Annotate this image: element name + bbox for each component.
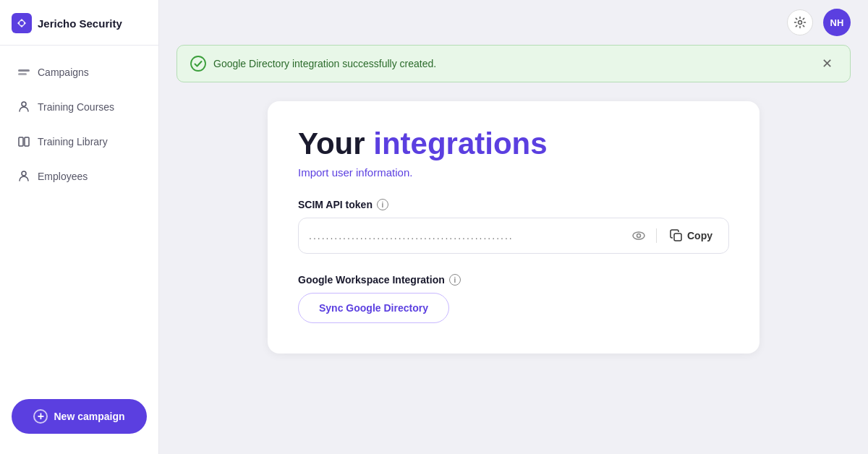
app-name: Jericho Security xyxy=(38,17,122,30)
new-campaign-button[interactable]: + New campaign xyxy=(12,399,147,434)
copy-button[interactable]: Copy xyxy=(664,226,718,245)
logo-icon xyxy=(12,13,32,33)
scim-token-row: Copy xyxy=(298,218,729,254)
svg-point-11 xyxy=(637,234,641,238)
sync-google-button[interactable]: Sync Google Directory xyxy=(298,293,449,323)
page-content: Your integrations Import user informatio… xyxy=(159,94,868,454)
courses-icon xyxy=(17,100,30,113)
gear-icon xyxy=(793,16,807,29)
copy-label: Copy xyxy=(687,230,712,241)
success-banner: Google Directory integration successfull… xyxy=(176,45,851,82)
integration-card: Your integrations Import user informatio… xyxy=(268,101,760,354)
svg-rect-6 xyxy=(25,137,29,146)
library-icon xyxy=(17,135,30,148)
eye-icon xyxy=(631,228,646,243)
sidebar-item-library-label: Training Library xyxy=(38,136,108,147)
success-banner-content: Google Directory integration successfull… xyxy=(190,56,436,72)
sidebar-nav: Campaigns Training Courses Training Libr… xyxy=(0,46,158,454)
page-title: Your integrations xyxy=(298,127,729,160)
svg-point-10 xyxy=(633,232,644,239)
sidebar-item-campaigns[interactable]: Campaigns xyxy=(6,56,153,89)
sidebar-item-training-library[interactable]: Training Library xyxy=(6,125,153,158)
copy-icon xyxy=(670,229,683,242)
employees-icon xyxy=(17,170,30,183)
svg-point-9 xyxy=(191,56,205,71)
title-highlight: integrations xyxy=(373,127,547,160)
sidebar-item-training-courses[interactable]: Training Courses xyxy=(6,90,153,124)
scim-token-input[interactable] xyxy=(309,230,621,241)
plus-icon: + xyxy=(33,409,48,424)
svg-point-1 xyxy=(20,21,24,25)
settings-button[interactable] xyxy=(787,9,813,35)
scim-label-text: SCIM API token xyxy=(298,199,373,210)
main-content: NH Google Directory integration successf… xyxy=(159,0,868,454)
svg-point-8 xyxy=(799,21,802,25)
google-workspace-label: Google Workspace Integration i xyxy=(298,274,729,286)
success-icon xyxy=(190,56,206,72)
header: NH xyxy=(159,0,868,45)
close-banner-button[interactable]: ✕ xyxy=(817,56,837,72)
sync-label: Sync Google Directory xyxy=(319,302,428,314)
new-campaign-label: New campaign xyxy=(54,411,124,422)
toggle-visibility-button[interactable] xyxy=(629,226,649,246)
sidebar-logo: Jericho Security xyxy=(0,0,158,46)
svg-point-4 xyxy=(22,102,26,106)
token-row-divider xyxy=(656,228,657,243)
google-info-icon[interactable]: i xyxy=(449,274,461,286)
sidebar-item-employees[interactable]: Employees xyxy=(6,160,153,193)
google-workspace-label-text: Google Workspace Integration xyxy=(298,274,445,286)
svg-rect-5 xyxy=(19,137,23,146)
avatar[interactable]: NH xyxy=(823,9,851,36)
close-icon: ✕ xyxy=(822,56,833,71)
scim-label: SCIM API token i xyxy=(298,199,729,210)
sidebar-item-employees-label: Employees xyxy=(38,171,88,182)
sidebar-item-campaigns-label: Campaigns xyxy=(38,67,89,78)
sidebar-item-courses-label: Training Courses xyxy=(38,101,114,113)
page-subtitle: Import user information. xyxy=(298,166,729,179)
svg-rect-3 xyxy=(18,73,27,75)
svg-rect-12 xyxy=(674,234,681,241)
scim-info-icon[interactable]: i xyxy=(377,199,388,210)
success-message: Google Directory integration successfull… xyxy=(213,58,436,69)
title-plain: Your xyxy=(298,127,373,160)
sidebar: Jericho Security Campaigns Training Cour… xyxy=(0,0,159,454)
campaigns-icon xyxy=(17,66,30,79)
avatar-initials: NH xyxy=(830,17,844,28)
svg-rect-2 xyxy=(18,69,30,72)
svg-point-7 xyxy=(22,171,26,176)
